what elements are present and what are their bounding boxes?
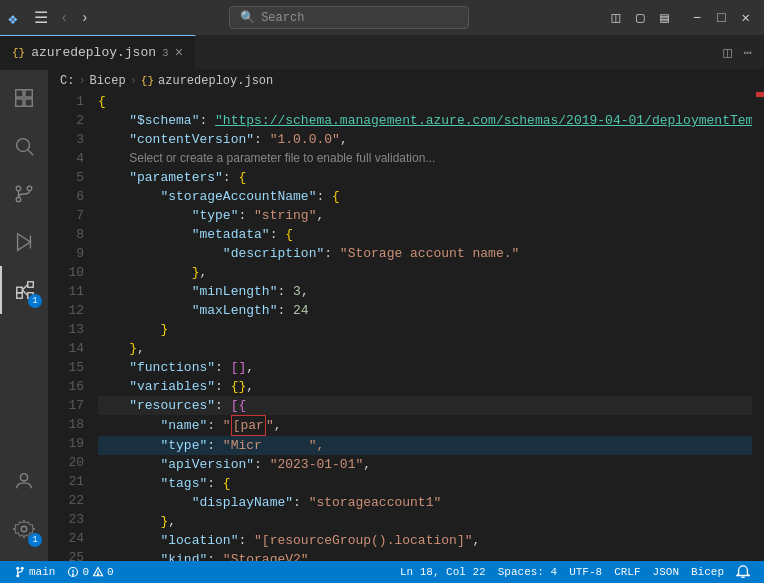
svg-point-26 [16, 574, 19, 577]
svg-rect-0 [16, 90, 23, 97]
breadcrumb-bicep[interactable]: Bicep [90, 74, 126, 88]
breadcrumb-file-icon: {} [141, 75, 154, 87]
svg-point-24 [16, 567, 19, 570]
code-line-3: "contentVersion": "1.0.0.0", [98, 130, 752, 149]
code-line-23: }, [98, 512, 752, 531]
status-errors[interactable]: 0 0 [61, 561, 119, 583]
layout-icon[interactable]: ▢ [630, 6, 650, 29]
status-bicep[interactable]: Bicep [685, 561, 730, 583]
status-spaces-label: Spaces: 4 [498, 566, 557, 578]
code-line-25: "kind": "StorageV2", [98, 550, 752, 561]
code-line-9: "description": "Storage account name." [98, 244, 752, 263]
code-line-4: Select or create a parameter file to ena… [98, 149, 752, 168]
tab-bar-right: ◫ ⋯ [719, 42, 764, 63]
tab-number: 3 [162, 47, 169, 59]
search-input[interactable]: 🔍 Search [229, 6, 469, 29]
status-notifications[interactable] [730, 561, 756, 583]
nav-arrows: ‹ › [56, 8, 93, 28]
status-warnings-count: 0 [107, 566, 114, 578]
svg-rect-15 [17, 293, 23, 299]
code-line-11: "minLength": 3, [98, 282, 752, 301]
minimize-button[interactable]: − [687, 7, 707, 29]
code-line-17: "resources": [{ [98, 396, 752, 415]
svg-point-32 [97, 574, 98, 575]
svg-rect-3 [25, 99, 32, 106]
extensions-badge: 1 [28, 294, 42, 308]
code-line-13: } [98, 320, 752, 339]
editor-area: C: › Bicep › {} azuredeploy.json 12345 6… [48, 70, 764, 561]
svg-point-4 [17, 139, 30, 152]
status-language-label: JSON [653, 566, 679, 578]
code-line-20: "apiVersion": "2023-01-01", [98, 455, 752, 474]
status-bar-right: Ln 18, Col 22 Spaces: 4 UTF-8 CRLF JSON … [394, 561, 756, 583]
code-line-15: "functions": [], [98, 358, 752, 377]
maximize-button[interactable]: □ [711, 7, 731, 29]
menu-icon[interactable]: ☰ [34, 8, 48, 28]
activity-explorer[interactable] [0, 74, 48, 122]
more-actions-icon[interactable]: ⋯ [740, 42, 756, 63]
minimap-error-highlight [756, 92, 764, 97]
status-line-col[interactable]: Ln 18, Col 22 [394, 561, 492, 583]
close-button[interactable]: ✕ [736, 6, 756, 29]
activity-run[interactable] [0, 218, 48, 266]
status-eol[interactable]: CRLF [608, 561, 646, 583]
svg-rect-12 [17, 287, 23, 293]
svg-rect-2 [16, 99, 23, 106]
svg-point-19 [21, 526, 27, 532]
code-line-16: "variables": {}, [98, 377, 752, 396]
activity-bar-bottom: 1 [0, 457, 48, 561]
activity-settings[interactable]: 1 [0, 505, 48, 553]
code-line-2: "$schema": "https://schema.management.az… [98, 111, 752, 130]
code-line-8: "metadata": { [98, 225, 752, 244]
settings-badge: 1 [28, 533, 42, 547]
code-line-7: "type": "string", [98, 206, 752, 225]
breadcrumb-file[interactable]: azuredeploy.json [158, 74, 273, 88]
status-line-col-label: Ln 18, Col 22 [400, 566, 486, 578]
tab-azuredeploy[interactable]: {} azuredeploy.json 3 × [0, 35, 196, 70]
tab-label: azuredeploy.json [31, 45, 156, 60]
code-container: 12345 678910 1112131415 1617181920 21222… [48, 92, 764, 561]
nav-back-button[interactable]: ‹ [56, 8, 72, 28]
title-bar-left: ❖ ☰ ‹ › [8, 8, 93, 28]
activity-search[interactable] [0, 122, 48, 170]
code-line-18: "name": "[par", [98, 415, 752, 436]
code-line-6: "storageAccountName": { [98, 187, 752, 206]
code-line-14: }, [98, 339, 752, 358]
svg-line-17 [22, 290, 28, 296]
grid-layout-icon[interactable]: ▤ [654, 6, 674, 29]
tab-bar: {} azuredeploy.json 3 × ◫ ⋯ [0, 35, 764, 70]
nav-forward-button[interactable]: › [76, 8, 92, 28]
tab-close-button[interactable]: × [175, 45, 183, 61]
activity-source-control[interactable] [0, 170, 48, 218]
line-numbers: 12345 678910 1112131415 1617181920 21222… [48, 92, 90, 561]
status-spaces[interactable]: Spaces: 4 [492, 561, 563, 583]
status-encoding[interactable]: UTF-8 [563, 561, 608, 583]
split-editor-icon[interactable]: ◫ [605, 6, 625, 29]
status-bar: main 0 0 Ln 18, Col 22 Spaces: 4 UTF-8 C… [0, 561, 764, 583]
code-line-12: "maxLength": 24 [98, 301, 752, 320]
status-language[interactable]: JSON [647, 561, 685, 583]
svg-point-30 [73, 574, 74, 575]
breadcrumb-c[interactable]: C: [60, 74, 74, 88]
svg-point-25 [21, 567, 24, 570]
code-line-22: "displayName": "storageaccount1" [98, 493, 752, 512]
main-layout: 1 1 C: › Bicep › {} azur [0, 70, 764, 561]
vscode-icon: ❖ [8, 9, 26, 27]
code-editor[interactable]: { "$schema": "https://schema.management.… [90, 92, 752, 561]
svg-point-6 [16, 186, 21, 191]
svg-line-5 [28, 150, 33, 155]
activity-extensions[interactable]: 1 [0, 266, 48, 314]
activity-account[interactable] [0, 457, 48, 505]
svg-rect-13 [28, 282, 34, 288]
split-right-icon[interactable]: ◫ [719, 42, 735, 63]
status-branch[interactable]: main [8, 561, 61, 583]
code-line-1: { [98, 92, 752, 111]
status-errors-count: 0 [82, 566, 89, 578]
search-bar: 🔍 Search [93, 6, 606, 29]
search-icon: 🔍 [240, 10, 255, 25]
code-line-21: "tags": { [98, 474, 752, 493]
title-bar: ❖ ☰ ‹ › 🔍 Search ◫ ▢ ▤ − □ ✕ [0, 0, 764, 35]
svg-line-16 [22, 285, 28, 291]
code-line-5: "parameters": { [98, 168, 752, 187]
activity-bar: 1 1 [0, 70, 48, 561]
